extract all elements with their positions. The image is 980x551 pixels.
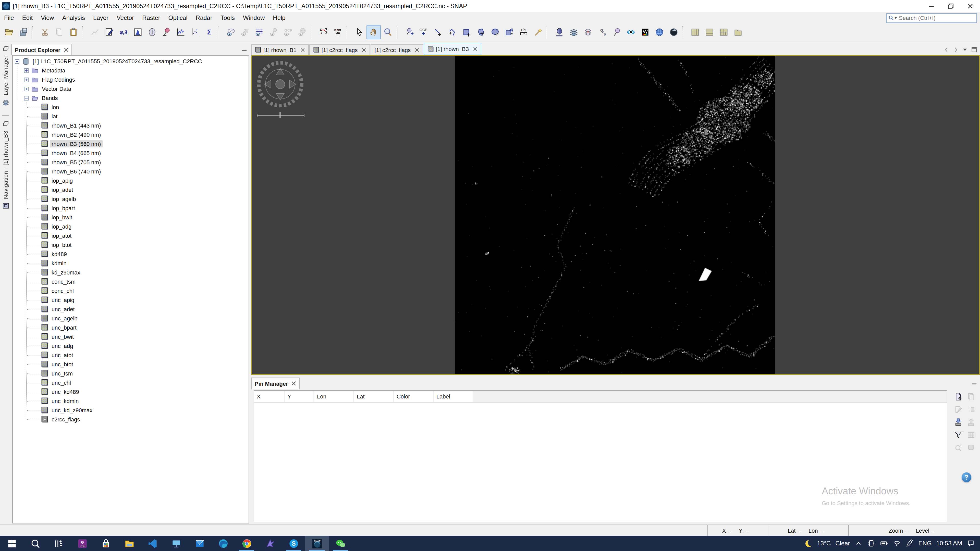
expand-handle-icon[interactable] bbox=[24, 68, 29, 73]
tree-item-lat[interactable]: lat bbox=[13, 112, 248, 121]
tree-item-iop-adg[interactable]: iop_adg bbox=[13, 222, 248, 231]
histogram-button[interactable] bbox=[130, 25, 145, 39]
geometry-overlay-button[interactable] bbox=[224, 25, 238, 39]
tree-item-rhown-b4-665-nm-[interactable]: rhown_B4 (665 nm) bbox=[13, 148, 248, 158]
zoom-tool-button[interactable] bbox=[381, 25, 395, 39]
tile-horizontally-button[interactable] bbox=[702, 25, 717, 39]
menu-analysis[interactable]: Analysis bbox=[58, 13, 89, 23]
collapse-handle-icon[interactable] bbox=[24, 96, 29, 100]
taskbar-ms-store-button[interactable] bbox=[94, 536, 118, 551]
tree-item-iop-adet[interactable]: iop_adet bbox=[13, 185, 248, 194]
taskbar-remote-desktop-button[interactable] bbox=[164, 536, 188, 551]
tree-item-rhown-b1-443-nm-[interactable]: rhown_B1 (443 nm) bbox=[13, 121, 248, 130]
close-tab-icon[interactable] bbox=[473, 47, 477, 51]
tree-item-kd489[interactable]: kd489 bbox=[13, 249, 248, 259]
taskbar-mail-button[interactable] bbox=[188, 536, 211, 551]
open-product-button[interactable] bbox=[2, 25, 16, 39]
transfer-pins-button[interactable] bbox=[966, 443, 976, 453]
vector-node-grid-button[interactable]: ... bbox=[331, 25, 345, 39]
tree-item-unc-atot[interactable]: unc_atot bbox=[13, 351, 248, 360]
gcp-overlay-button[interactable]: GCP bbox=[281, 25, 295, 39]
scroll-tabs-left-icon[interactable] bbox=[943, 46, 950, 54]
tree-product-root[interactable]: [1] L1C_T50RPT_A011555_20190524T024733_r… bbox=[13, 57, 248, 66]
tree-item-bands[interactable]: Bands bbox=[13, 94, 248, 103]
menu-help[interactable]: Help bbox=[269, 13, 290, 23]
product-explorer-tab[interactable]: Product Explorer bbox=[11, 44, 72, 55]
tree-item-c2rcc-flags[interactable]: Fc2rcc_flags bbox=[13, 415, 248, 424]
menu-radar[interactable]: Radar bbox=[192, 13, 216, 23]
menu-layer[interactable]: Layer bbox=[89, 13, 113, 23]
pin-manager-button[interactable] bbox=[609, 25, 624, 39]
rail-tab-layer-manager[interactable]: Layer Manager bbox=[2, 45, 10, 106]
tree-item-iop-bwit[interactable]: iop_bwit bbox=[13, 213, 248, 222]
minimize-panel-icon[interactable] bbox=[242, 48, 247, 53]
pin-overlay-button[interactable] bbox=[266, 25, 281, 39]
gcp-placing-tool-button[interactable]: GCP bbox=[417, 25, 431, 39]
measurement-tool-button[interactable]: +?+ bbox=[517, 25, 531, 39]
tree-item-lon[interactable]: lon bbox=[13, 103, 248, 112]
polyline-tool-button[interactable] bbox=[445, 25, 460, 39]
pin-column-y[interactable]: Y bbox=[285, 391, 314, 402]
collapse-handle-icon[interactable] bbox=[15, 59, 19, 64]
tab-list-icon[interactable] bbox=[961, 46, 969, 54]
polygon-tool-button[interactable] bbox=[474, 25, 488, 39]
edit-pin-button[interactable] bbox=[953, 405, 963, 414]
tablet-mode-icon[interactable] bbox=[867, 539, 876, 548]
taskbar-wechat-button[interactable] bbox=[329, 536, 352, 551]
tile-evenly-button[interactable] bbox=[717, 25, 731, 39]
tree-item-metadata[interactable]: Metadata bbox=[13, 66, 248, 75]
tree-item-unc-tsm[interactable]: unc_tsm bbox=[13, 369, 248, 378]
world-overlay-button[interactable] bbox=[295, 25, 309, 39]
menu-edit[interactable]: Edit bbox=[18, 13, 37, 23]
pin-column-lat[interactable]: Lat bbox=[354, 391, 394, 402]
delete-pin-button[interactable] bbox=[966, 405, 976, 414]
tree-item-iop-apig[interactable]: iop_apig bbox=[13, 176, 248, 185]
wifi-icon[interactable] bbox=[893, 539, 901, 548]
colour-manipulation-button[interactable] bbox=[624, 25, 638, 39]
zoom-slider[interactable] bbox=[256, 111, 305, 121]
taskbar-edge-button[interactable] bbox=[211, 536, 235, 551]
close-tab-icon[interactable] bbox=[301, 48, 305, 52]
taskbar-chrome-button[interactable] bbox=[235, 536, 258, 551]
world-map-button[interactable] bbox=[652, 25, 667, 39]
close-button[interactable] bbox=[961, 0, 980, 12]
tree-item-unc-apig[interactable]: unc_apig bbox=[13, 295, 248, 305]
tree-item-iop-bpart[interactable]: iop_bpart bbox=[13, 203, 248, 213]
tree-item-unc-adet[interactable]: unc_adet bbox=[13, 305, 248, 314]
minimize-panel-icon[interactable] bbox=[971, 381, 977, 387]
tree-item-iop-agelb[interactable]: iop_agelb bbox=[13, 194, 248, 203]
raster-image-canvas[interactable] bbox=[455, 56, 775, 374]
line-chart-button[interactable] bbox=[88, 25, 102, 39]
rectangle-tool-button[interactable] bbox=[460, 25, 474, 39]
tree-item-unc-kd-z90max[interactable]: unc_kd_z90max bbox=[13, 406, 248, 415]
tree-item-rhown-b5-705-nm-[interactable]: rhown_B5 (705 nm) bbox=[13, 158, 248, 167]
battery-icon[interactable] bbox=[880, 539, 888, 548]
world-wind-button[interactable] bbox=[667, 25, 681, 39]
tree-item-conc-tsm[interactable]: conc_tsm bbox=[13, 277, 248, 286]
tree-item-unc-bpart[interactable]: unc_bpart bbox=[13, 323, 248, 332]
import-pins-button[interactable] bbox=[953, 417, 963, 427]
geo-coding-button[interactable]: φ,λ bbox=[116, 25, 130, 39]
tray-expand-icon[interactable] bbox=[855, 539, 863, 548]
tree-item-kd-z90max[interactable]: kd_z90max bbox=[13, 268, 248, 277]
zoom-to-pin-button[interactable] bbox=[953, 443, 963, 453]
scatter-plot-button[interactable] bbox=[188, 25, 202, 39]
tree-item-unc-bwit[interactable]: unc_bwit bbox=[13, 332, 248, 341]
line-tool-button[interactable] bbox=[431, 25, 445, 39]
notification-icon[interactable] bbox=[967, 539, 975, 548]
search-box[interactable]: ▾ bbox=[886, 13, 977, 23]
document-tab--1-rhown-b1[interactable]: [1] rhown_B1 bbox=[251, 44, 309, 55]
taskbar-snap-button[interactable]: SNAP bbox=[305, 536, 329, 551]
expand-handle-icon[interactable] bbox=[24, 86, 29, 91]
image-view-rhown-B3[interactable] bbox=[251, 55, 980, 375]
restore-window-icon[interactable] bbox=[2, 45, 10, 52]
copy-pin-button[interactable] bbox=[966, 392, 976, 402]
document-tab--1-rhown-b3[interactable]: [1] rhown_B3 bbox=[423, 43, 481, 55]
tree-item-unc-kdmin[interactable]: unc_kdmin bbox=[13, 396, 248, 406]
restore-window-icon[interactable] bbox=[2, 120, 10, 127]
tree-item-unc-agelb[interactable]: unc_agelb bbox=[13, 314, 248, 323]
gcp-manager-button[interactable]: Gcp bbox=[595, 25, 609, 39]
menu-file[interactable]: File bbox=[0, 13, 18, 23]
navigation-compass[interactable] bbox=[256, 60, 304, 109]
tree-item-rhown-b3-560-nm-[interactable]: rhown_B3 (560 nm) bbox=[13, 139, 248, 148]
